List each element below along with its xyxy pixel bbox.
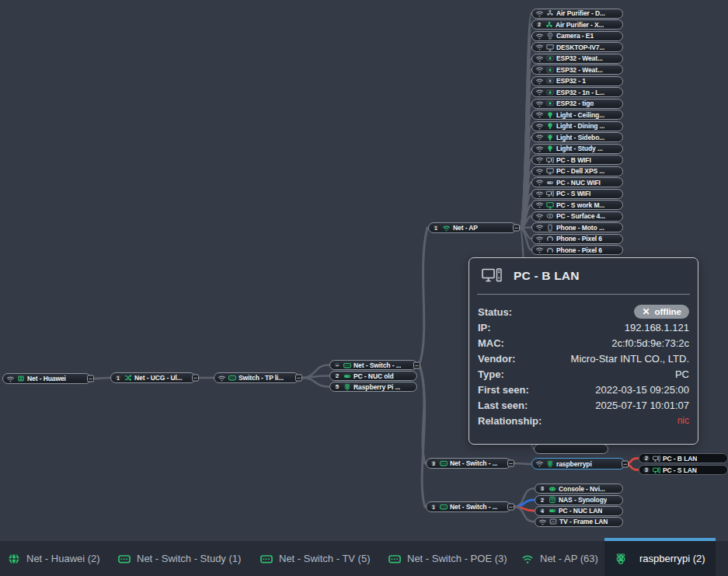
node-raspberrypi[interactable]: raspberrypi− — [531, 458, 625, 470]
node-label: PC - S work M... — [556, 201, 604, 209]
node-pc-b-wifi[interactable]: PC - B WIFI — [531, 155, 623, 165]
node-net-ap[interactable]: 1Net - AP− — [428, 222, 517, 233]
port-badge: 2 — [643, 455, 650, 463]
tab-net-huawei-2[interactable]: Net - Huawei (2) — [8, 541, 100, 576]
network-topology-app: Net - Huawei−1Net - UCG - Ul...−Switch -… — [0, 0, 728, 576]
chip-icon — [546, 99, 554, 107]
node-label: Net - Switch - ... — [450, 503, 497, 511]
collapse-toggle[interactable]: − — [192, 375, 199, 382]
node-net-huawei[interactable]: Net - Huawei− — [2, 373, 91, 384]
node-light-ceiling[interactable]: Light - Ceiling... — [531, 110, 623, 120]
node-pc-dell-xps[interactable]: PC - Dell XPS ... — [531, 166, 623, 176]
node-air-purifier-x[interactable]: 2Air Purifier - X... — [531, 19, 623, 30]
collapse-toggle[interactable]: − — [622, 460, 629, 467]
panel-label: Last seen: — [478, 400, 528, 411]
wifi-icon — [535, 43, 544, 51]
node-pc-s-work-m[interactable]: PC - S work M... — [531, 200, 623, 210]
node-esp32-1n-l[interactable]: ESP32 - 1n - L... — [531, 87, 623, 97]
node-label: TV - Frame LAN — [559, 518, 608, 525]
tab-net-ap-63[interactable]: Net - AP (63) — [521, 541, 598, 576]
gamepad-icon — [549, 485, 556, 493]
node-air-purifier-d[interactable]: Air Purifier - D... — [531, 9, 623, 19]
node-net-ucg[interactable]: 1Net - UCG - Ul...− — [110, 372, 196, 383]
collapse-toggle[interactable]: − — [87, 375, 94, 382]
tab-label: Net - Switch - TV (5) — [279, 553, 371, 564]
node-tv-frame-lan[interactable]: TV - Frame LAN — [535, 517, 623, 527]
wifi-icon — [535, 133, 544, 141]
monitor-tower-icon — [546, 156, 554, 164]
node-esp32-weat[interactable]: ESP32 - Weat... — [531, 65, 623, 75]
shuffle-icon — [124, 374, 132, 382]
offline-x-icon: ✕ — [642, 306, 650, 317]
switch-icon — [343, 361, 351, 369]
nas-icon — [549, 496, 556, 504]
tab-raspberrypi-2[interactable]: raspberrypi (2) — [604, 538, 716, 576]
collapse-toggle[interactable]: − — [507, 504, 514, 511]
node-camera-e1[interactable]: Camera - E1 — [531, 31, 623, 41]
node-net-switch-rpi[interactable]: 3Net - Switch - ...− — [426, 458, 511, 469]
node-pc-s-lan[interactable]: 3PC - S LAN — [639, 465, 728, 475]
tab-label: Net - Huawei (2) — [26, 553, 100, 564]
node-pc-s-wifi[interactable]: PC - S WIFI — [531, 189, 623, 199]
node-pc-nuc-lan[interactable]: 4PC - NUC LAN — [535, 506, 623, 516]
wifi-icon — [521, 553, 534, 565]
wifi-icon — [535, 212, 544, 221]
node-light-study[interactable]: Light - Study ... — [531, 144, 623, 154]
node-desktop-iv7[interactable]: DESKTOP-IV7... — [531, 42, 623, 52]
monitor-tower-icon — [546, 190, 554, 197]
panel-row-ip: IP:192.168.1.121 — [478, 319, 689, 335]
node-hidden-device[interactable] — [534, 444, 608, 454]
tab-net-switch-study-1[interactable]: Net - Switch - Study (1) — [118, 541, 241, 576]
node-light-sidebo[interactable]: Light - Sidebo... — [531, 132, 623, 142]
node-console-nvi[interactable]: 3Console - Nvi... — [535, 483, 623, 494]
collapse-toggle[interactable]: − — [413, 361, 420, 368]
edge — [515, 463, 531, 464]
node-pc-b-lan[interactable]: 2PC - B LAN — [639, 453, 728, 463]
node-nas-synology[interactable]: 2NAS - Synology — [535, 495, 623, 505]
chip-icon — [546, 77, 554, 85]
node-label: PC - NUC LAN — [559, 507, 602, 515]
edge — [420, 228, 427, 361]
node-net-switch-mid[interactable]: –Net - Switch - ...− — [329, 360, 417, 370]
node-switch-tp[interactable]: Switch - TP li...− — [214, 372, 299, 383]
node-net-switch-poe[interactable]: 1Net - Switch - ...− — [426, 501, 511, 512]
bulb-icon — [546, 134, 554, 141]
wifi-icon — [6, 375, 15, 383]
tab-net-switch-poe-3[interactable]: Net - Switch - POE (3) — [388, 541, 507, 576]
tab-label: Net - Switch - Study (1) — [137, 553, 241, 564]
tv-icon — [549, 518, 557, 525]
node-phone-moto[interactable]: Phone - Moto ... — [531, 222, 623, 232]
node-light-dining[interactable]: Light - Dining ... — [531, 121, 623, 131]
node-label: DESKTOP-IV7... — [556, 44, 604, 51]
node-label: PC - B WIFI — [556, 156, 591, 164]
panel-rows: Status:✕offlineIP:192.168.1.121MAC:2c:f0… — [469, 295, 698, 428]
panel-label: Type: — [478, 368, 504, 380]
panel-value: PC — [675, 368, 689, 380]
node-pc-nuc-old[interactable]: 2PC - NUC old — [329, 371, 417, 381]
tab-net-switch-tv-5[interactable]: Net - Switch - TV (5) — [260, 541, 371, 576]
panel-value: 2025-07-17 10:01:07 — [595, 400, 689, 411]
wifi-icon — [218, 374, 226, 382]
node-label: Light - Ceiling... — [556, 111, 604, 119]
collapse-toggle[interactable]: − — [295, 375, 302, 382]
node-raspberry-pi[interactable]: 5Raspberry Pi ... — [329, 382, 417, 392]
node-esp32-1[interactable]: ESP32 - 1 — [531, 76, 623, 86]
node-label: Console - Nvi... — [559, 485, 605, 493]
node-pc-surface-4[interactable]: PC - Surface 4... — [531, 211, 623, 222]
wifi-icon — [535, 9, 544, 18]
panel-value: 192.168.1.121 — [625, 322, 689, 333]
node-label: Net - UCG - Ul... — [134, 374, 183, 382]
node-phone-pixel-6[interactable]: Phone - Pixel 6 — [531, 245, 623, 255]
bulb-icon — [546, 145, 554, 152]
collapse-toggle[interactable]: − — [513, 225, 520, 232]
collapse-toggle[interactable]: − — [507, 460, 514, 467]
node-esp32-weat[interactable]: ESP32 - Weat... — [531, 54, 623, 64]
raspberry-icon — [546, 460, 554, 468]
node-pc-nuc-wifi[interactable]: PC - NUC WIFI — [531, 177, 623, 187]
node-phone-pixel-6[interactable]: Phone - Pixel 6 — [531, 234, 623, 244]
wifi-icon — [535, 88, 544, 96]
node-esp32-tigo[interactable]: ESP32 - tigo — [531, 99, 623, 109]
wifi-icon — [535, 155, 544, 164]
edge — [302, 378, 329, 387]
node-label: Light - Dining ... — [556, 122, 604, 130]
